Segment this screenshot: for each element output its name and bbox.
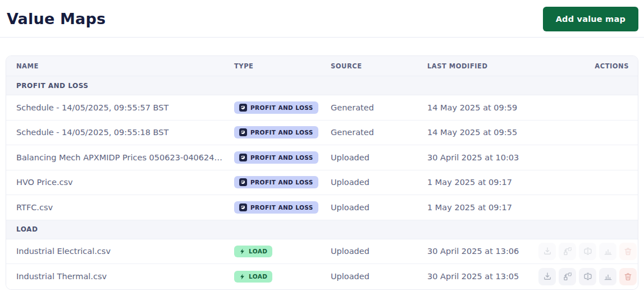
- row-last-modified: 30 April 2025 at 10:03: [417, 153, 538, 162]
- type-badge-profit-and-loss: PROFIT AND LOSS: [234, 151, 318, 164]
- column-header-source: SOURCE: [321, 62, 417, 70]
- column-header-actions: ACTIONS: [538, 62, 638, 70]
- row-last-modified: 30 April 2025 at 13:06: [417, 247, 538, 256]
- transform-icon[interactable]: [559, 268, 576, 285]
- column-header-name: NAME: [6, 62, 224, 70]
- table-row[interactable]: RTFC.csv PROFIT AND LOSS Uploaded 1 May …: [6, 195, 638, 220]
- rename-icon[interactable]: [579, 243, 596, 260]
- table-row[interactable]: Schedule - 14/05/2025, 09:55:57 BST PROF…: [6, 95, 638, 121]
- row-source: Generated: [321, 103, 417, 112]
- rename-icon[interactable]: [579, 268, 596, 285]
- chart-icon[interactable]: [599, 243, 616, 260]
- row-source: Generated: [321, 128, 417, 137]
- row-name: Schedule - 14/05/2025, 09:55:57 BST: [6, 103, 224, 112]
- row-source: Uploaded: [321, 178, 417, 187]
- delete-icon[interactable]: [619, 243, 637, 260]
- row-name: RTFC.csv: [6, 203, 224, 212]
- row-source: Uploaded: [321, 203, 417, 212]
- table-header-row: NAME TYPE SOURCE LAST MODIFIED ACTIONS: [6, 56, 638, 76]
- row-last-modified: 30 April 2025 at 13:05: [417, 272, 538, 281]
- type-badge-load: LOAD: [234, 246, 272, 257]
- download-icon[interactable]: [538, 268, 556, 285]
- add-value-map-button[interactable]: Add value map: [543, 7, 638, 31]
- table-row[interactable]: Industrial Thermal.csv LOAD Uploaded 30 …: [6, 264, 638, 289]
- table-row[interactable]: Industrial Electrical.csv LOAD Uploaded …: [6, 239, 638, 265]
- type-badge-profit-and-loss: PROFIT AND LOSS: [234, 101, 318, 114]
- type-badge-profit-and-loss: PROFIT AND LOSS: [234, 176, 318, 188]
- row-last-modified: 14 May 2025 at 09:55: [417, 128, 538, 137]
- row-last-modified: 1 May 2025 at 09:17: [417, 178, 538, 187]
- row-name: Balancing Mech APXMIDP Prices 050623-040…: [6, 153, 224, 162]
- lightning-bolt-icon: [239, 273, 245, 280]
- table-row[interactable]: Balancing Mech APXMIDP Prices 050623-040…: [6, 145, 638, 170]
- pie-chart-icon: [239, 178, 247, 186]
- transform-icon[interactable]: [559, 243, 576, 260]
- row-source: Uploaded: [321, 272, 417, 281]
- chart-icon[interactable]: [599, 268, 616, 285]
- value-maps-table: NAME TYPE SOURCE LAST MODIFIED ACTIONS P…: [6, 55, 638, 290]
- pie-chart-icon: [239, 203, 247, 211]
- pie-chart-icon: [239, 104, 247, 112]
- download-icon[interactable]: [538, 243, 556, 260]
- type-badge-profit-and-loss: PROFIT AND LOSS: [234, 126, 318, 138]
- section-header-profit-and-loss: PROFIT AND LOSS: [6, 76, 638, 95]
- column-header-type: TYPE: [224, 62, 321, 70]
- lightning-bolt-icon: [239, 248, 245, 255]
- row-last-modified: 14 May 2025 at 09:59: [417, 103, 538, 112]
- pie-chart-icon: [239, 128, 247, 136]
- pie-chart-icon: [239, 154, 247, 161]
- row-name: Industrial Electrical.csv: [6, 247, 224, 256]
- row-name: HVO Price.csv: [6, 178, 224, 187]
- row-name: Industrial Thermal.csv: [6, 272, 224, 281]
- row-source: Uploaded: [321, 153, 417, 162]
- page-header: Value Maps Add value map: [0, 0, 644, 38]
- table-row[interactable]: HVO Price.csv PROFIT AND LOSS Uploaded 1…: [6, 170, 638, 196]
- table-row[interactable]: Schedule - 14/05/2025, 09:55:18 BST PROF…: [6, 121, 638, 146]
- type-badge-load: LOAD: [234, 271, 272, 283]
- type-badge-profit-and-loss: PROFIT AND LOSS: [234, 201, 318, 214]
- row-name: Schedule - 14/05/2025, 09:55:18 BST: [6, 128, 224, 137]
- column-header-last-modified: LAST MODIFIED: [417, 62, 538, 70]
- row-source: Uploaded: [321, 247, 417, 256]
- section-header-load: LOAD: [6, 220, 638, 239]
- row-last-modified: 1 May 2025 at 09:17: [417, 203, 538, 212]
- delete-icon[interactable]: [619, 268, 637, 285]
